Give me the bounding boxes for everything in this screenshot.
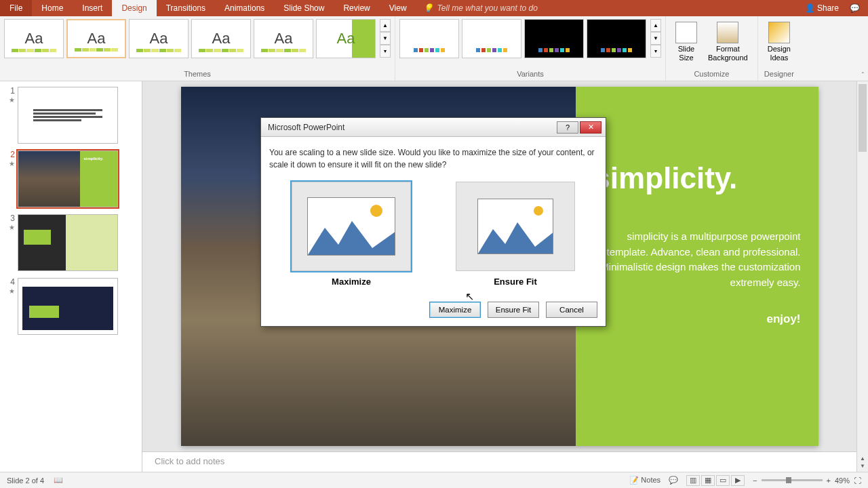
tab-review[interactable]: Review — [334, 0, 379, 16]
theme-thumb[interactable]: Aa — [316, 19, 376, 58]
theme-thumb[interactable]: Aa — [4, 19, 64, 58]
svg-marker-0 — [308, 221, 395, 255]
dialog-title: Microsoft PowerPoint — [268, 123, 555, 132]
zoom-control: − + 49% ⛶ — [753, 476, 861, 485]
dialog-close-button[interactable]: ✕ — [580, 121, 601, 134]
ribbon-design: Aa Aa Aa Aa Aa Aa ▲ ▼ ▾ Themes ▲ ▼ ▾ — [0, 16, 868, 81]
variant-thumb[interactable] — [524, 19, 584, 58]
scrollbar-thumb[interactable] — [859, 84, 867, 152]
transition-star-icon: ★ — [9, 160, 15, 167]
lightbulb-icon: 💡 — [423, 3, 433, 13]
zoom-level[interactable]: 49% — [835, 476, 850, 485]
variant-thumb[interactable] — [462, 19, 521, 58]
gallery-down-button[interactable]: ▼ — [380, 32, 391, 45]
normal-view-button[interactable]: ▥ — [686, 475, 700, 486]
zoom-out-button[interactable]: − — [753, 476, 757, 485]
slide-size-label: Slide Size — [678, 45, 694, 62]
tab-animations[interactable]: Animations — [215, 0, 274, 16]
tab-file[interactable]: File — [0, 0, 32, 16]
tab-design[interactable]: Design — [112, 0, 156, 16]
share-label: Share — [817, 3, 839, 13]
design-ideas-icon — [768, 22, 790, 43]
tab-slideshow[interactable]: Slide Show — [274, 0, 334, 16]
tab-view[interactable]: View — [380, 0, 416, 16]
spellcheck-icon[interactable]: 📖 — [54, 476, 63, 485]
ensure-fit-button[interactable]: Ensure Fit — [488, 302, 539, 318]
gallery-up-button[interactable]: ▲ — [650, 19, 661, 32]
prev-slide-icon[interactable]: ▲ — [860, 455, 865, 462]
cancel-button[interactable]: Cancel — [546, 302, 597, 318]
reading-view-button[interactable]: ▭ — [716, 475, 730, 486]
designer-group-label: Designer — [762, 70, 796, 79]
tab-home[interactable]: Home — [32, 0, 73, 16]
tell-me-search[interactable]: 💡 Tell me what you want to do — [416, 0, 545, 16]
gallery-more-button[interactable]: ▾ — [650, 45, 661, 58]
fit-to-window-button[interactable]: ⛶ — [854, 476, 861, 485]
slide-thumbnails-panel: 1★ 2★ simplicity. 3★ 4★ — [0, 81, 142, 472]
scale-dialog: Microsoft PowerPoint ? ✕ You are scaling… — [260, 117, 606, 327]
collapse-ribbon-button[interactable]: ˆ — [862, 72, 864, 79]
slide-size-icon — [675, 22, 697, 43]
tab-transitions[interactable]: Transitions — [157, 0, 215, 16]
variant-thumb[interactable] — [399, 19, 459, 58]
dialog-titlebar[interactable]: Microsoft PowerPoint ? ✕ — [261, 118, 606, 137]
slide-body: simplicity is a multipurpose powerpoint … — [593, 229, 800, 290]
transition-star-icon: ★ — [9, 96, 15, 104]
slide-thumb-2[interactable]: 2★ simplicity. — [3, 150, 139, 207]
sorter-view-button[interactable]: ▦ — [701, 475, 715, 486]
format-background-button[interactable]: Format Background — [703, 19, 753, 65]
slide-number: 1 — [10, 86, 15, 96]
gallery-up-button[interactable]: ▲ — [380, 19, 391, 32]
share-icon: 👤 — [805, 3, 815, 13]
share-button[interactable]: 👤 Share — [805, 3, 839, 13]
slide-title: simplicity. — [593, 161, 800, 195]
option-maximize-label: Maximize — [292, 277, 411, 287]
svg-marker-1 — [478, 222, 553, 253]
slide-thumb-4[interactable]: 4★ — [3, 278, 139, 335]
notes-toggle[interactable]: 📝 Notes — [629, 476, 660, 485]
mountain-icon — [308, 214, 395, 255]
comments-icon[interactable]: 💬 — [850, 3, 860, 13]
format-background-label: Format Background — [708, 45, 748, 62]
status-bar: Slide 2 of 4 📖 📝 Notes 💬 ▥ ▦ ▭ ▶ − + 49%… — [0, 472, 868, 488]
zoom-slider[interactable] — [762, 479, 823, 481]
transition-star-icon: ★ — [9, 287, 15, 295]
slide-counter: Slide 2 of 4 — [7, 476, 44, 485]
option-ensure-fit[interactable]: Ensure Fit — [456, 182, 575, 287]
theme-thumb[interactable]: Aa — [191, 19, 251, 58]
slide-number: 3 — [10, 214, 15, 223]
theme-thumb[interactable]: Aa — [66, 19, 126, 58]
maximize-button[interactable]: Maximize — [429, 302, 481, 318]
slide-thumb-1[interactable]: 1★ — [3, 87, 139, 144]
themes-gallery-nav: ▲ ▼ ▾ — [380, 19, 391, 58]
gallery-down-button[interactable]: ▼ — [650, 32, 661, 45]
ribbon-tabs: File Home Insert Design Transitions Anim… — [0, 0, 868, 16]
view-buttons: ▥ ▦ ▭ ▶ — [686, 475, 745, 486]
variants-group-label: Variants — [399, 70, 661, 79]
next-slide-icon[interactable]: ▼ — [860, 463, 865, 469]
customize-group-label: Customize — [670, 70, 753, 79]
comments-toggle[interactable]: 💬 — [669, 476, 678, 485]
notes-pane[interactable]: Click to add notes — [142, 451, 856, 472]
slide-size-button[interactable]: Slide Size — [670, 19, 703, 65]
slideshow-view-button[interactable]: ▶ — [731, 475, 745, 486]
slide-number: 2 — [10, 150, 15, 159]
tab-insert[interactable]: Insert — [73, 0, 112, 16]
theme-thumb[interactable]: Aa — [254, 19, 313, 58]
tell-me-label: Tell me what you want to do — [437, 3, 538, 13]
design-ideas-button[interactable]: Design Ideas — [762, 19, 796, 65]
transition-star-icon: ★ — [9, 224, 15, 231]
option-maximize[interactable]: Maximize — [292, 182, 411, 287]
slide-enjoy: enjoy! — [593, 310, 800, 328]
slide-thumb-3[interactable]: 3★ — [3, 214, 139, 271]
dialog-help-button[interactable]: ? — [557, 121, 578, 134]
sun-icon — [534, 206, 543, 216]
slide-text-panel: simplicity. simplicity is a multipurpose… — [576, 87, 818, 446]
vertical-scrollbar[interactable]: ▲▼ — [856, 81, 868, 472]
variant-thumb[interactable] — [587, 19, 646, 58]
theme-thumb[interactable]: Aa — [129, 19, 189, 58]
mountain-icon — [478, 217, 553, 253]
zoom-in-button[interactable]: + — [827, 476, 831, 485]
dialog-body: You are scaling to a new slide size. Wou… — [261, 137, 606, 326]
gallery-more-button[interactable]: ▾ — [380, 45, 391, 58]
